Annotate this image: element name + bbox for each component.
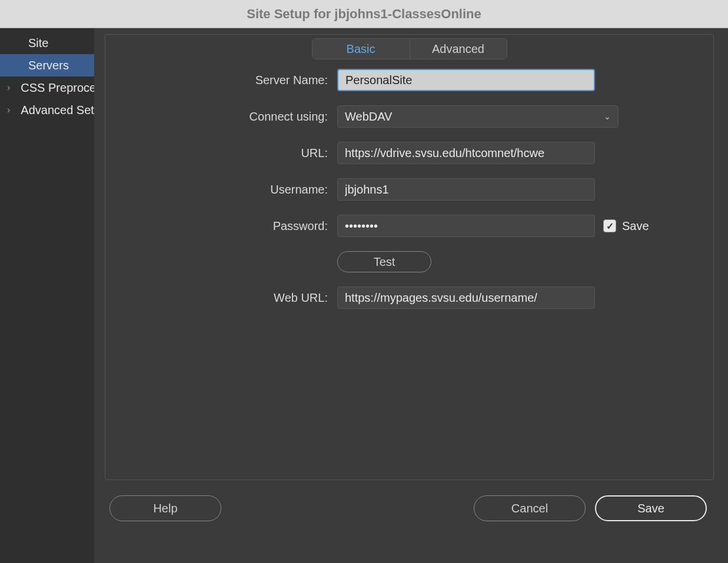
connect-using-select[interactable]: WebDAV ⌄ [337,105,619,128]
tab-group: Basic Advanced [312,38,507,59]
row-password: Password: ✓ Save [105,215,713,237]
url-input[interactable] [337,142,595,164]
row-web-url: Web URL: [105,287,713,309]
bottom-bar: Help Cancel Save [94,480,728,521]
bottom-right-buttons: Cancel Save [474,495,707,521]
password-label: Password: [105,219,337,233]
tab-advanced[interactable]: Advanced [410,39,507,59]
connect-using-label: Connect using: [105,110,337,124]
help-button[interactable]: Help [109,495,221,521]
username-input[interactable] [337,178,595,201]
row-server-name: Server Name: [105,69,713,91]
tab-label: Advanced [432,42,484,56]
spacer [105,251,337,272]
password-input[interactable] [337,215,595,237]
chevron-right-icon: › [7,105,10,115]
sidebar-item-label: Servers [28,59,69,72]
title-bar: Site Setup for jbjohns1-ClassesOnline [0,0,728,28]
save-button[interactable]: Save [595,495,707,521]
tab-basic[interactable]: Basic [313,39,410,59]
url-label: URL: [105,146,337,160]
web-url-input[interactable] [337,287,595,309]
row-url: URL: [105,142,713,164]
save-password-wrap: ✓ Save [603,219,649,233]
row-test: Test [105,251,713,272]
sidebar-item-servers[interactable]: Servers [0,54,94,76]
chevron-down-icon: ⌄ [604,112,611,121]
save-password-checkbox[interactable]: ✓ [603,219,616,232]
test-button[interactable]: Test [337,251,431,272]
button-label: Cancel [511,502,548,515]
sidebar-item-label: Advanced Settings [21,104,94,117]
web-url-label: Web URL: [105,291,337,305]
server-name-label: Server Name: [105,74,337,87]
sidebar-item-label: Site [28,36,48,50]
row-username: Username: [105,178,713,201]
save-password-label: Save [622,219,649,233]
cancel-button[interactable]: Cancel [474,495,586,521]
sidebar-item-label: CSS Preprocessors [21,81,94,95]
chevron-right-icon: › [7,82,10,93]
server-name-input[interactable] [337,69,595,91]
sidebar-item-advanced-settings[interactable]: › Advanced Settings [0,99,94,121]
tab-bar: Basic Advanced [105,38,713,59]
button-label: Test [374,255,395,269]
button-label: Help [153,502,177,515]
sidebar-item-css-preprocessors[interactable]: › CSS Preprocessors [0,76,94,99]
button-label: Save [637,502,664,515]
content-area: Basic Advanced Server Name: Connect usin… [94,28,728,563]
tab-label: Basic [347,42,375,56]
window-title: Site Setup for jbjohns1-ClassesOnline [247,6,481,22]
row-connect-using: Connect using: WebDAV ⌄ [105,105,713,128]
sidebar-item-site[interactable]: Site [0,32,94,54]
settings-panel: Basic Advanced Server Name: Connect usin… [105,34,714,480]
sidebar: Site Servers › CSS Preprocessors › Advan… [0,28,94,563]
main-layout: Site Servers › CSS Preprocessors › Advan… [0,28,728,563]
username-label: Username: [105,183,337,196]
select-value: WebDAV [345,110,392,124]
